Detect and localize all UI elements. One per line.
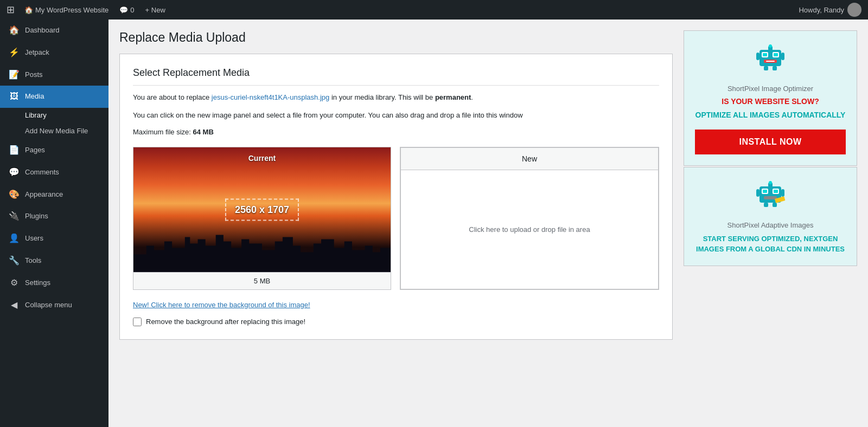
sidebar-subitem-add-new[interactable]: Add New Media File: [0, 124, 108, 139]
sidebar-item-plugins[interactable]: 🔌 Plugins: [0, 205, 108, 228]
comments-icon: 💬: [119, 6, 128, 14]
comments-sidebar-icon: 💬: [9, 167, 20, 178]
svg-rect-16: [763, 190, 767, 193]
svg-rect-18: [764, 196, 777, 199]
comments-count: 0: [130, 6, 134, 14]
sidebar-item-label: Tools: [25, 256, 41, 266]
sidebar-item-users[interactable]: 👤 Users: [0, 228, 108, 250]
city-silhouette: [133, 229, 391, 272]
sidebar-item-settings[interactable]: ⚙ Settings: [0, 272, 108, 294]
description-line2: You can click on the new image panel and…: [133, 110, 659, 121]
ad-1-slow: IS YOUR WEBSITE SLOW?: [695, 97, 846, 106]
dimensions-box: 2560 x 1707: [225, 198, 299, 221]
new-panel[interactable]: New Click here to upload or drop file in…: [400, 147, 659, 290]
main-content: Replace Media Upload Select Replacement …: [108, 20, 868, 427]
sidebar-subitem-library[interactable]: Library: [0, 108, 108, 124]
pages-icon: 📄: [9, 145, 20, 156]
page-title: Replace Media Upload: [119, 30, 673, 45]
adminbar-new-link[interactable]: + New: [140, 0, 171, 20]
home-icon: 🏠: [24, 6, 33, 14]
sidebar-item-tools[interactable]: 🔧 Tools: [0, 250, 108, 272]
description-text: You are about to replace jesus-curiel-ns…: [133, 92, 659, 103]
checkbox-row: Remove the background after replacing th…: [133, 318, 659, 326]
svg-rect-9: [756, 53, 760, 60]
checkbox-label: Remove the background after replacing th…: [146, 318, 305, 326]
current-label: Current: [248, 154, 276, 163]
adminbar-right: Howdy, Randy: [799, 3, 861, 17]
svg-rect-12: [773, 66, 777, 70]
svg-point-20: [769, 181, 772, 184]
svg-rect-22: [781, 189, 784, 197]
adminbar-comments-link[interactable]: 💬 0: [114, 0, 139, 20]
filename-link[interactable]: jesus-curiel-nskeft4t1KA-unsplash.jpg: [212, 93, 330, 101]
drop-zone[interactable]: Click here to upload or drop file in are…: [401, 170, 658, 289]
tools-icon: 🔧: [9, 255, 20, 267]
wp-logo-icon[interactable]: ⊞: [7, 4, 15, 16]
robot-icon-1: [695, 42, 846, 80]
svg-rect-6: [766, 61, 775, 62]
dashboard-icon: 🏠: [9, 25, 20, 36]
sidebar-item-appearance[interactable]: 🎨 Appearance: [0, 184, 108, 206]
admin-bar: ⊞ 🏠 My WordPress Website 💬 0 + New Howdy…: [0, 0, 868, 20]
svg-rect-21: [756, 189, 760, 197]
ad-2-start: START SERVING OPTIMIZED, NEXTGEN IMAGES …: [695, 234, 846, 255]
card-title: Select Replacement Media: [133, 67, 659, 86]
svg-rect-3: [763, 53, 767, 56]
settings-icon: ⚙: [9, 277, 20, 289]
site-name: My WordPress Website: [35, 6, 108, 14]
max-file-label: Maximum file size:: [133, 128, 193, 136]
remove-bg-checkbox[interactable]: [133, 318, 142, 326]
permanent-text: permanent: [435, 93, 471, 101]
content-area: Replace Media Upload Select Replacement …: [119, 30, 673, 416]
file-size: 5 MB: [133, 272, 391, 289]
upload-panels: Current 2560 x 1707 5 MB New Click here …: [133, 147, 659, 290]
sidebar-item-label: Media: [25, 92, 44, 101]
sidebar-item-label: Plugins: [25, 212, 48, 221]
collapse-icon: ◀: [9, 300, 20, 311]
sidebar-item-label: Appearance: [25, 190, 63, 199]
sidebar-item-label: Users: [25, 234, 43, 243]
media-icon: 🖼: [9, 91, 20, 102]
sidebar-subitem-label: Add New Media File: [25, 127, 88, 136]
current-panel: Current 2560 x 1707 5 MB: [133, 147, 391, 290]
new-label: + New: [145, 6, 165, 14]
sidebar-item-label: Collapse menu: [25, 301, 72, 310]
howdy-text: Howdy, Randy: [799, 6, 844, 14]
desc-text-3: .: [471, 93, 473, 101]
current-image: Current 2560 x 1707: [133, 147, 391, 272]
adminbar-site-link[interactable]: 🏠 My WordPress Website: [19, 0, 114, 20]
sidebar-item-comments[interactable]: 💬 Comments: [0, 161, 108, 184]
sidebar-item-label: Comments: [25, 168, 59, 177]
sidebar-item-label: Posts: [25, 70, 43, 80]
posts-icon: 📝: [9, 69, 20, 81]
sidebar-subitem-label: Library: [25, 111, 47, 120]
sidebar-item-dashboard[interactable]: 🏠 Dashboard: [0, 20, 108, 42]
ad-shortpixel-optimizer: ShortPixel Image Optimizer IS YOUR WEBSI…: [684, 30, 857, 166]
remove-bg-link[interactable]: New! Click here to remove the background…: [133, 301, 659, 309]
desc-text-1: You are about to replace: [133, 93, 212, 101]
appearance-icon: 🎨: [9, 189, 20, 200]
jetpack-icon: ⚡: [9, 47, 20, 59]
max-file-text: Maximum file size: 64 MB: [133, 128, 659, 136]
install-now-button[interactable]: INSTALL NOW: [695, 130, 846, 154]
svg-rect-10: [781, 53, 784, 60]
sidebar-item-label: Jetpack: [25, 48, 49, 57]
svg-point-8: [769, 44, 772, 48]
svg-rect-24: [773, 203, 777, 207]
ad-shortpixel-adaptive: ShortPixel Adaptive Images START SERVING…: [684, 167, 857, 266]
sidebar-item-posts[interactable]: 📝 Posts: [0, 64, 108, 86]
avatar[interactable]: [847, 3, 861, 17]
svg-rect-11: [764, 66, 768, 70]
users-icon: 👤: [9, 233, 20, 244]
sidebar-item-media[interactable]: 🖼 Media: [0, 86, 108, 108]
sidebar-item-label: Pages: [25, 146, 45, 155]
robot-icon-2: [695, 178, 846, 217]
max-file-size: 64 MB: [193, 128, 214, 136]
ads-column: ShortPixel Image Optimizer IS YOUR WEBSI…: [684, 30, 857, 416]
sidebar-item-label: Dashboard: [25, 26, 60, 35]
sidebar-item-jetpack[interactable]: ⚡ Jetpack: [0, 42, 108, 64]
sidebar-item-pages[interactable]: 📄 Pages: [0, 139, 108, 161]
sidebar-item-collapse[interactable]: ◀ Collapse menu: [0, 294, 108, 316]
svg-rect-23: [764, 203, 768, 207]
svg-rect-17: [774, 190, 778, 193]
